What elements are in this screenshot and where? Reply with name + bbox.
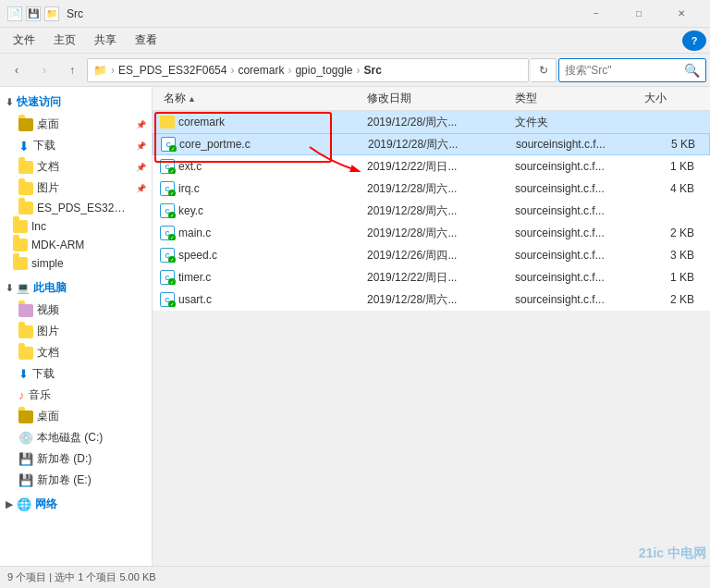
sidebar-network[interactable]: ▶ 🌐 网络 bbox=[0, 493, 152, 516]
pc-icon: 💻 bbox=[17, 282, 30, 294]
sidebar-item-downloads[interactable]: ⬇ 下载 📌 bbox=[15, 135, 152, 156]
help-button[interactable]: ? bbox=[682, 31, 706, 51]
file-type-usart: sourceinsight.c.f... bbox=[508, 293, 637, 306]
addr-sep-2: › bbox=[230, 64, 234, 77]
window-title: Src bbox=[67, 7, 575, 20]
file-type-main: sourceinsight.c.f... bbox=[508, 227, 637, 239]
menu-view[interactable]: 查看 bbox=[126, 29, 166, 52]
sidebar-item-pictures[interactable]: 图片 📌 bbox=[15, 178, 152, 199]
drive-e-icon: 💾 bbox=[18, 473, 33, 487]
sidebar: ⬇ 快速访问 桌面 📌 ⬇ 下载 📌 文档 📌 图片 📌 bbox=[0, 87, 153, 566]
network-icon: 🌐 bbox=[17, 497, 31, 511]
file-type-timer: sourceinsight.c.f... bbox=[508, 271, 637, 284]
addr-part-1[interactable]: ES_PDS_ES32F0654 bbox=[118, 64, 226, 77]
forward-button[interactable]: › bbox=[31, 58, 57, 82]
up-button[interactable]: ↑ bbox=[59, 58, 85, 82]
sidebar-quick-access[interactable]: ⬇ 快速访问 bbox=[0, 91, 152, 114]
file-size-ext: 1 KB bbox=[637, 160, 702, 173]
c-file-icon-irq: C bbox=[160, 181, 175, 196]
sidebar-drive-c[interactable]: 💿 本地磁盘 (C:) bbox=[15, 427, 152, 448]
file-date-irq: 2019/12/28/周六... bbox=[360, 181, 508, 197]
addr-sep-4: › bbox=[357, 64, 361, 77]
sidebar-this-pc[interactable]: ⬇ 💻 此电脑 bbox=[0, 276, 152, 300]
file-row-usart[interactable]: C usart.c 2019/12/28/周六... sourceinsight… bbox=[153, 288, 710, 311]
col-header-size[interactable]: 大小 bbox=[637, 91, 702, 106]
file-name-irq: C irq.c bbox=[156, 181, 360, 196]
file-size-timer: 1 KB bbox=[637, 271, 702, 284]
titlebar: 📄 💾 📁 Src − □ ✕ bbox=[0, 0, 710, 28]
refresh-button[interactable]: ↻ bbox=[531, 58, 557, 82]
sidebar-label-drive-d: 新加卷 (D:) bbox=[37, 451, 92, 467]
menu-home[interactable]: 主页 bbox=[44, 29, 85, 52]
file-row-coremark[interactable]: coremark 2019/12/28/周六... 文件夹 bbox=[153, 111, 710, 133]
file-row-speed[interactable]: C speed.c 2019/12/26/周四... sourceinsight… bbox=[153, 244, 710, 266]
file-row-ext[interactable]: C ext.c 2019/12/22/周日... sourceinsight.c… bbox=[153, 155, 710, 178]
file-name-core-portme: C core_portme.c bbox=[157, 137, 361, 152]
sidebar-item-simple[interactable]: simple bbox=[0, 254, 152, 273]
drive-c-icon: 💿 bbox=[18, 431, 33, 445]
sidebar-item-desktop[interactable]: 桌面 📌 bbox=[15, 114, 152, 135]
file-name-main: C main.c bbox=[156, 226, 360, 240]
sidebar-label-desktop-pc: 桌面 bbox=[37, 409, 59, 424]
sidebar-item-inc[interactable]: Inc bbox=[0, 217, 152, 236]
col-header-type[interactable]: 类型 bbox=[508, 91, 637, 106]
sidebar-drive-e[interactable]: 💾 新加卷 (E:) bbox=[15, 470, 152, 491]
c-file-icon-main: C bbox=[160, 226, 175, 240]
titlebar-icon-folder: 📁 bbox=[44, 6, 59, 21]
download-icon-pc: ⬇ bbox=[18, 367, 29, 381]
file-name-key: C key.c bbox=[156, 203, 360, 218]
sidebar-item-downloads-pc[interactable]: ⬇ 下载 bbox=[15, 363, 152, 385]
file-row-timer[interactable]: C timer.c 2019/12/22/周日... sourceinsight… bbox=[153, 266, 710, 288]
close-button[interactable]: ✕ bbox=[660, 0, 703, 28]
sidebar-item-mdk[interactable]: MDK-ARM bbox=[0, 236, 152, 254]
sidebar-label-simple: simple bbox=[31, 257, 64, 270]
sidebar-item-videos[interactable]: 视频 bbox=[15, 300, 152, 321]
col-header-date[interactable]: 修改日期 bbox=[360, 91, 508, 106]
file-size-irq: 4 KB bbox=[637, 182, 702, 195]
sidebar-drive-d[interactable]: 💾 新加卷 (D:) bbox=[15, 448, 152, 470]
back-button[interactable]: ‹ bbox=[4, 58, 30, 82]
file-name-timer: C timer.c bbox=[156, 270, 360, 285]
sidebar-label-music: 音乐 bbox=[29, 387, 51, 403]
pin-icon-downloads: 📌 bbox=[136, 141, 146, 151]
file-row-core-portme[interactable]: C core_portme.c 2019/12/28/周六... sourcei… bbox=[153, 133, 710, 155]
search-input[interactable] bbox=[565, 64, 680, 77]
file-row-irq[interactable]: C irq.c 2019/12/28/周六... sourceinsight.c… bbox=[153, 178, 710, 200]
sidebar-label-es32: ES_PDS_ES32F065 bbox=[37, 202, 129, 214]
c-file-icon-ext: C bbox=[160, 159, 175, 174]
menu-share[interactable]: 共享 bbox=[85, 29, 126, 52]
sidebar-item-documents[interactable]: 文档 📌 bbox=[15, 156, 152, 178]
file-type-ext: sourceinsight.c.f... bbox=[508, 160, 637, 173]
sidebar-item-documents-pc[interactable]: 文档 bbox=[15, 342, 152, 363]
file-row-main[interactable]: C main.c 2019/12/28/周六... sourceinsight.… bbox=[153, 222, 710, 244]
file-date-usart: 2019/12/28/周六... bbox=[360, 292, 508, 308]
file-size-speed: 3 KB bbox=[637, 249, 702, 262]
maximize-button[interactable]: □ bbox=[618, 0, 660, 28]
sidebar-item-desktop-pc[interactable]: 桌面 bbox=[15, 406, 152, 427]
folder-icon-es32 bbox=[18, 202, 33, 214]
folder-icon-coremark bbox=[160, 116, 175, 129]
main-area: ⬇ 快速访问 桌面 📌 ⬇ 下载 📌 文档 📌 图片 📌 bbox=[0, 87, 710, 566]
sidebar-label-inc: Inc bbox=[31, 220, 46, 233]
sidebar-item-es32[interactable]: ES_PDS_ES32F065 bbox=[15, 199, 152, 217]
sidebar-label-desktop: 桌面 bbox=[37, 116, 59, 132]
file-type-key: sourceinsight.c.f... bbox=[508, 204, 637, 217]
address-bar[interactable]: 📁 › ES_PDS_ES32F0654 › coremark › gpio_t… bbox=[87, 58, 529, 82]
folder-icon-pics bbox=[18, 182, 33, 195]
search-box[interactable]: 🔍 bbox=[558, 58, 706, 82]
addr-part-2[interactable]: coremark bbox=[238, 64, 284, 77]
minimize-button[interactable]: − bbox=[575, 0, 618, 28]
statusbar: 9 个项目 | 选中 1 个项目 5.00 KB bbox=[0, 566, 710, 588]
sidebar-label-videos: 视频 bbox=[37, 302, 59, 318]
menu-file[interactable]: 文件 bbox=[4, 29, 44, 52]
sidebar-item-music[interactable]: ♪ 音乐 bbox=[15, 385, 152, 406]
file-row-key[interactable]: C key.c 2019/12/28/周六... sourceinsight.c… bbox=[153, 200, 710, 222]
addr-part-3[interactable]: gpio_toggle bbox=[295, 64, 352, 77]
folder-icon-docs bbox=[18, 161, 33, 174]
sidebar-item-pictures-pc[interactable]: 图片 bbox=[15, 321, 152, 342]
sidebar-label-pictures: 图片 bbox=[37, 180, 59, 196]
search-icon[interactable]: 🔍 bbox=[684, 63, 700, 78]
addr-part-4[interactable]: Src bbox=[364, 64, 382, 77]
file-date-ext: 2019/12/22/周日... bbox=[360, 159, 508, 175]
col-header-name[interactable]: 名称 ▲ bbox=[156, 91, 360, 106]
